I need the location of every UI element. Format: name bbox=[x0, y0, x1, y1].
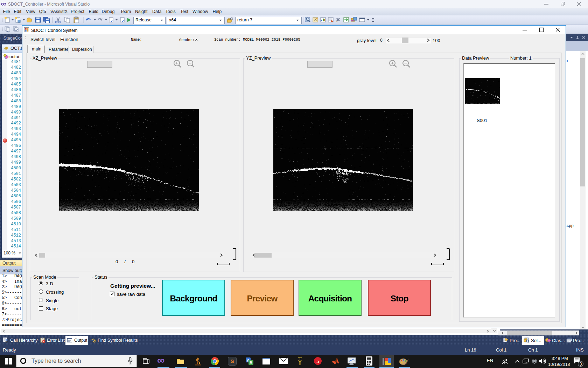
svg-text:a: a bbox=[317, 359, 319, 364]
svg-text:B: B bbox=[250, 361, 252, 365]
svg-text:3: 3 bbox=[580, 362, 582, 367]
svg-text:S: S bbox=[230, 358, 234, 364]
